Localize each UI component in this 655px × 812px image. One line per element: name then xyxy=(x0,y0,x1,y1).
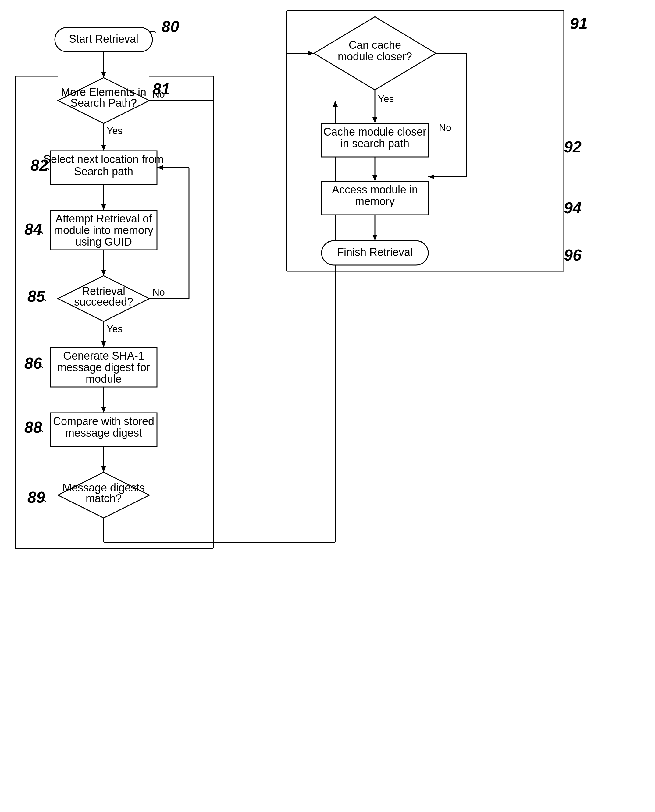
attempt-retrieval-label-1: Attempt Retrieval of xyxy=(55,212,152,225)
arrow-9 xyxy=(372,175,377,181)
arrow-5 xyxy=(101,341,106,347)
node-number-89: 89 xyxy=(28,488,45,506)
digests-match-label-2: match? xyxy=(86,492,121,505)
cache-module-label-2: in search path xyxy=(340,137,409,150)
start-retrieval-label: Start Retrieval xyxy=(69,32,138,45)
node-number-80: 80 xyxy=(161,18,179,35)
arrow-4 xyxy=(101,270,106,276)
arrow-1 xyxy=(101,72,106,78)
no-label-85: No xyxy=(152,287,165,298)
node-number-86: 86 xyxy=(25,355,42,372)
generate-sha1-label-1: Generate SHA-1 xyxy=(63,350,144,362)
finish-retrieval-label: Finish Retrieval xyxy=(337,246,413,258)
node-number-84: 84 xyxy=(25,220,42,238)
generate-sha1-label-2: message digest for xyxy=(57,361,150,373)
no-label-91: No xyxy=(439,122,451,133)
attempt-retrieval-label-2: module into memory xyxy=(54,224,153,236)
arrow-2 xyxy=(101,145,106,151)
arrow-6 xyxy=(101,407,106,413)
generate-sha1-label-3: module xyxy=(86,373,121,385)
node-number-92: 92 xyxy=(564,138,581,156)
access-module-label-1: Access module in xyxy=(332,183,418,196)
arrow-10 xyxy=(372,235,377,241)
node-number-85: 85 xyxy=(28,287,45,305)
diagram-container: Start Retrieval 80 81 More Elements in S… xyxy=(0,0,655,812)
arrow-no-91 xyxy=(428,174,434,179)
select-next-label-2: Search path xyxy=(74,165,133,178)
select-next-label-1: Select next location from xyxy=(44,153,164,166)
no-label-81: No xyxy=(152,89,165,100)
more-elements-label-2: Search Path? xyxy=(71,97,137,109)
arrow-8 xyxy=(372,117,377,123)
can-cache-label-2: module closer? xyxy=(338,50,412,63)
attempt-retrieval-label-3: using GUID xyxy=(75,235,132,248)
compare-digest-label-2: message digest xyxy=(65,427,142,439)
yes-label-91: Yes xyxy=(378,93,394,104)
yes-label-81: Yes xyxy=(107,125,123,136)
node-number-88: 88 xyxy=(25,418,42,436)
node-number-96: 96 xyxy=(564,246,582,264)
compare-digest-label-1: Compare with stored xyxy=(53,415,154,427)
node-number-94: 94 xyxy=(564,199,581,216)
arrow-to-right-91 xyxy=(333,101,338,107)
arrow-7 xyxy=(101,466,106,472)
yes-label-85: Yes xyxy=(107,323,123,334)
retrieval-succeeded-label-2: succeeded? xyxy=(74,296,133,308)
arrow-to-91-left xyxy=(308,51,314,56)
access-module-label-2: memory xyxy=(355,195,395,207)
can-cache-label-1: Can cache xyxy=(349,39,401,51)
arrow-3 xyxy=(101,204,106,210)
arrow-no-85 xyxy=(157,165,163,170)
cache-module-label-1: Cache module closer xyxy=(323,126,426,138)
node-number-91: 91 xyxy=(570,15,587,32)
